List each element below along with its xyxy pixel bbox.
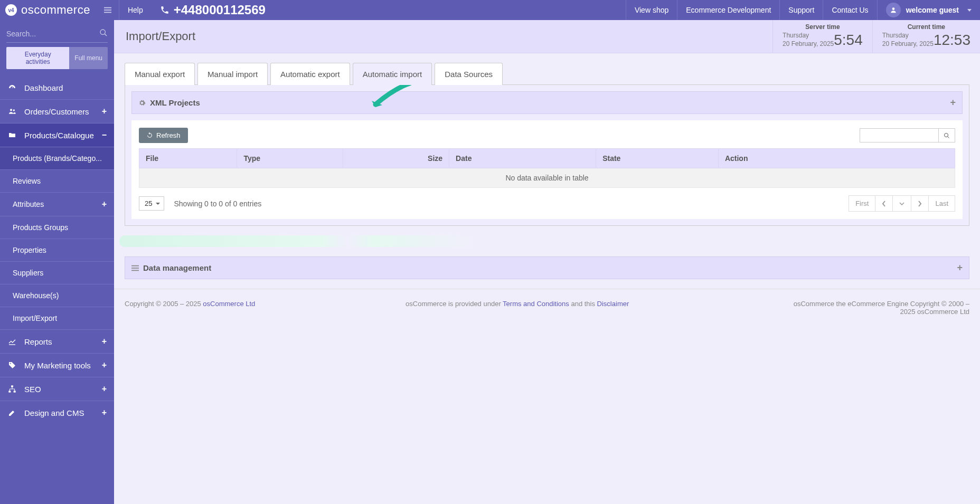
chevron-down-icon <box>899 202 904 205</box>
users-icon <box>7 107 17 116</box>
pager-first[interactable]: First <box>849 195 875 212</box>
expand-button[interactable]: + <box>957 262 963 273</box>
expand-icon[interactable]: + <box>102 337 107 346</box>
terms-link[interactable]: Terms and Conditions <box>503 300 569 308</box>
full-menu-button[interactable]: Full menu <box>69 47 108 69</box>
current-time-value: 12:53 <box>934 32 970 49</box>
sidebar-item-products-brands[interactable]: Products (Brands/Catego... <box>0 147 114 169</box>
svg-line-5 <box>105 34 107 36</box>
sidebar-item-label: My Marketing tools <box>24 361 102 370</box>
col-file[interactable]: File <box>139 149 237 168</box>
widget-title: XML Projects <box>150 98 200 107</box>
search-input[interactable] <box>6 26 108 42</box>
tab-automatic-export[interactable]: Automatic export <box>270 63 350 85</box>
sidebar-search[interactable] <box>6 26 108 43</box>
col-state[interactable]: State <box>596 149 719 168</box>
tab-automatic-import[interactable]: Automatic import <box>353 63 432 85</box>
view-shop-link[interactable]: View shop <box>626 0 677 20</box>
tab-manual-export[interactable]: Manual export <box>125 63 195 85</box>
col-type[interactable]: Type <box>237 149 343 168</box>
col-size[interactable]: Size <box>343 149 449 168</box>
server-time-day: Thursday <box>783 32 834 40</box>
svg-rect-1 <box>104 9 111 11</box>
sidebar-item-label: Products/Catalogue <box>24 131 102 140</box>
support-link[interactable]: Support <box>779 0 823 20</box>
sidebar-item-products[interactable]: Products/Catalogue − <box>0 123 114 147</box>
top-right-nav: View shop Ecommerce Development Support … <box>626 0 980 20</box>
table-search-button[interactable] <box>939 128 955 142</box>
sidebar-item-dashboard[interactable]: Dashboard <box>0 77 114 99</box>
expand-icon[interactable]: + <box>102 384 107 394</box>
xml-projects-table-card: Refresh File Typ <box>131 120 963 219</box>
sidebar-item-label: Products Groups <box>13 223 107 232</box>
sidebar-item-marketing[interactable]: My Marketing tools + <box>0 353 114 377</box>
widget-title: Data management <box>143 263 211 272</box>
everyday-activities-button[interactable]: Everyday activities <box>6 47 69 69</box>
col-date[interactable]: Date <box>449 149 596 168</box>
tabs: Manual export Manual import Automatic ex… <box>125 63 969 85</box>
sidebar-item-reviews[interactable]: Reviews <box>0 169 114 192</box>
page-size-select[interactable]: 25 <box>139 196 164 211</box>
sidebar-item-seo[interactable]: SEO + <box>0 377 114 401</box>
oscommerce-link[interactable]: osCommerce Ltd <box>203 300 255 308</box>
footer: Copyright © 2005 – 2025 osCommerce Ltd o… <box>114 289 980 326</box>
sidebar-item-orders[interactable]: Orders/Customers + <box>0 99 114 123</box>
refresh-button[interactable]: Refresh <box>139 128 188 143</box>
pager-last[interactable]: Last <box>928 195 955 212</box>
tab-data-sources[interactable]: Data Sources <box>435 63 503 85</box>
sidebar-item-label: Orders/Customers <box>24 107 102 116</box>
server-time-value: 5:54 <box>834 32 863 49</box>
footer-mid-a: osCommerce is provided under <box>406 300 503 308</box>
refresh-icon <box>146 132 153 139</box>
user-menu[interactable]: welcome guest <box>877 0 980 20</box>
sidebar-item-import-export[interactable]: Import/Export <box>0 307 114 329</box>
expand-icon[interactable]: + <box>102 408 107 417</box>
data-management-header[interactable]: Data management + <box>125 256 969 279</box>
sidebar-item-warehouses[interactable]: Warehouse(s) <box>0 284 114 307</box>
sidebar-item-label: Properties <box>13 246 107 254</box>
chart-icon <box>7 337 17 346</box>
ecommerce-dev-link[interactable]: Ecommerce Development <box>677 0 779 20</box>
pager-prev[interactable] <box>875 195 893 212</box>
pagination: First Last <box>849 195 955 212</box>
sidebar-item-design[interactable]: Design and CMS + <box>0 401 114 424</box>
table-empty-message: No data available in table <box>139 168 955 188</box>
page-header: Import/Export Server time Thursday 20 Fe… <box>114 20 980 53</box>
table-search-input[interactable] <box>860 128 939 142</box>
chevron-left-icon <box>882 201 886 207</box>
add-project-button[interactable]: + <box>950 97 956 108</box>
server-time-label: Server time <box>783 23 863 31</box>
sidebar-item-suppliers[interactable]: Suppliers <box>0 261 114 284</box>
pager-next[interactable] <box>911 195 929 212</box>
collapse-icon[interactable]: − <box>102 130 107 140</box>
dashboard-icon <box>7 84 17 92</box>
search-icon <box>944 132 950 139</box>
phone-block: +448000112569 <box>152 3 274 17</box>
xml-projects-header[interactable]: XML Projects + <box>131 91 963 114</box>
tab-manual-import[interactable]: Manual import <box>197 63 268 85</box>
sidebar-item-reports[interactable]: Reports + <box>0 329 114 353</box>
sidebar-item-product-groups[interactable]: Products Groups <box>0 216 114 239</box>
svg-point-6 <box>10 109 12 111</box>
svg-line-13 <box>948 136 949 138</box>
menu-toggle-button[interactable] <box>97 6 119 14</box>
sidebar-item-label: Reviews <box>13 177 107 185</box>
pager-page-select[interactable] <box>892 195 911 212</box>
svg-point-8 <box>10 363 11 364</box>
sidebar-item-attributes[interactable]: Attributes+ <box>0 192 114 216</box>
col-action[interactable]: Action <box>718 149 955 168</box>
contact-link[interactable]: Contact Us <box>823 0 877 20</box>
expand-icon[interactable]: + <box>102 107 107 116</box>
sidebar-item-label: Warehouse(s) <box>13 291 107 300</box>
current-time-date: 20 February, 2025 <box>882 40 934 49</box>
svg-rect-2 <box>104 12 111 13</box>
phone-number: +448000112569 <box>174 3 266 17</box>
tab-panel: XML Projects + Refresh <box>125 84 969 226</box>
logo[interactable]: v4 oscommerce <box>0 3 97 17</box>
search-icon[interactable] <box>99 28 108 37</box>
disclaimer-link[interactable]: Disclaimer <box>597 300 629 308</box>
expand-icon[interactable]: + <box>102 199 107 209</box>
expand-icon[interactable]: + <box>102 360 107 370</box>
sidebar-item-properties[interactable]: Properties <box>0 239 114 261</box>
help-link[interactable]: Help <box>119 0 152 20</box>
